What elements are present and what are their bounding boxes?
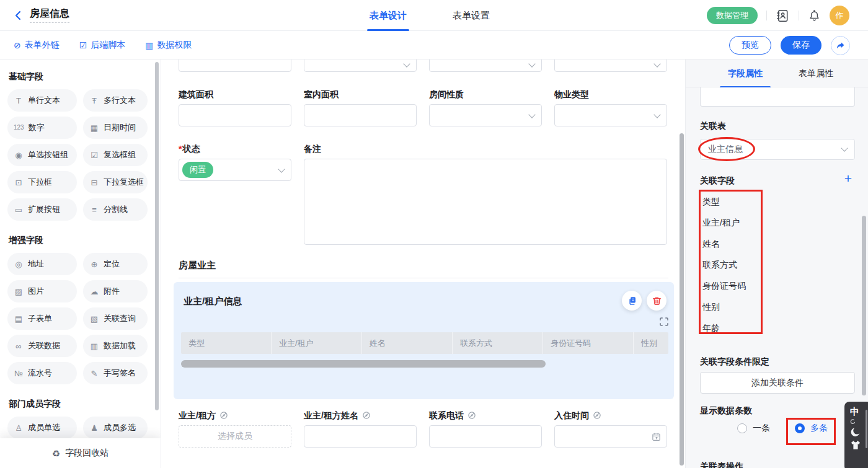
palette-item-subform[interactable]: ▤子表单 <box>7 307 77 330</box>
palette-item-relation-query[interactable]: ▧关联查询 <box>83 307 148 330</box>
palette-item-member-multi[interactable]: ♟成员多选 <box>83 417 148 439</box>
relation-field-item-age[interactable]: 年龄 <box>702 317 746 338</box>
tab-form-settings[interactable]: 表单设置 <box>453 0 490 31</box>
tab-field-properties[interactable]: 字段属性 <box>722 60 769 87</box>
select-input[interactable] <box>429 60 542 72</box>
cropped-field[interactable] <box>554 60 667 72</box>
palette-item-multi-line-text[interactable]: Ŧ多行文本 <box>83 89 148 112</box>
status-select[interactable]: 闲置 <box>179 159 291 181</box>
select-input[interactable] <box>304 60 417 72</box>
add-relation-condition-button[interactable]: 添加关联条件 <box>700 372 855 394</box>
cropped-field[interactable] <box>179 60 291 72</box>
share-button[interactable] <box>831 36 850 55</box>
form-external-link-button[interactable]: ⊘ 表单外链 <box>14 40 60 51</box>
date-input[interactable] <box>554 425 667 448</box>
palette-item-address[interactable]: ◎地址 <box>7 253 77 275</box>
back-button[interactable] <box>12 10 24 21</box>
field-remark[interactable]: 备注 <box>304 144 667 245</box>
tab-form-properties[interactable]: 表单属性 <box>792 60 839 87</box>
field-owner-tenant[interactable]: 业主/租方 选择成员 <box>179 410 291 448</box>
palette-item-dropdown[interactable]: ⊡下拉框 <box>7 171 77 193</box>
palette-item-multi-dropdown[interactable]: ⊟下拉复选框 <box>83 171 148 193</box>
remark-textarea[interactable] <box>304 159 667 245</box>
radio-unselected-icon[interactable] <box>737 423 747 433</box>
relation-table-ops-label: 关联表操作 <box>700 461 743 468</box>
text-input[interactable] <box>179 60 291 72</box>
user-avatar[interactable]: 作 <box>830 6 849 25</box>
palette-item-data-load[interactable]: ▥数据加载 <box>83 335 148 357</box>
field-label: 联系电话 <box>429 410 542 420</box>
trash-icon <box>652 296 662 306</box>
palette-item-attachment[interactable]: ☁附件 <box>83 280 148 302</box>
data-manage-button[interactable]: 数据管理 <box>707 7 758 24</box>
field-building-area[interactable]: 建筑面积 <box>179 89 291 126</box>
cropped-property-input[interactable] <box>700 87 855 107</box>
palette-item-serial-number[interactable]: №流水号 <box>7 362 77 384</box>
add-relation-field-button[interactable]: + <box>844 172 852 185</box>
palette-item-image[interactable]: ▨图片 <box>7 280 77 302</box>
relation-field-item-owner-tenant[interactable]: 业主/租户 <box>702 212 746 233</box>
tab-form-design[interactable]: 表单设计 <box>370 0 407 31</box>
cropped-field[interactable] <box>429 60 542 72</box>
field-move-in-date[interactable]: 入住时间 <box>554 410 667 448</box>
palette-item-member-single[interactable]: ♙成员单选 <box>7 417 77 439</box>
delete-field-button[interactable] <box>647 291 666 311</box>
save-button[interactable]: 保存 <box>781 36 822 55</box>
field-contact-phone[interactable]: 联系电话 <box>429 410 542 448</box>
field-recycle-bin-button[interactable]: ♻ 字段回收站 <box>0 438 161 468</box>
palette-item-checkbox-group[interactable]: ☑复选框组 <box>83 144 148 166</box>
select-input[interactable] <box>429 104 542 126</box>
palette-item-number[interactable]: 123数字 <box>7 117 77 139</box>
theme-shirt-button[interactable] <box>850 439 861 451</box>
relation-field-item-name[interactable]: 姓名 <box>702 233 746 254</box>
palette-item-signature[interactable]: ✎手写签名 <box>83 362 148 384</box>
canvas-scrollbar[interactable] <box>680 133 684 466</box>
relation-field-item-contact[interactable]: 联系方式 <box>702 254 746 275</box>
field-owner-tenant-name[interactable]: 业主/租方姓名 <box>304 410 417 448</box>
palette-item-extend-button[interactable]: ▭扩展按钮 <box>7 198 77 221</box>
radio-option-multiple[interactable]: 多条 <box>795 423 828 434</box>
notifications-button[interactable] <box>808 9 821 22</box>
panel-scrollbar[interactable] <box>862 216 866 395</box>
expand-corners-icon[interactable] <box>659 317 669 329</box>
subform-horizontal-scrollbar[interactable] <box>181 360 546 368</box>
text-input[interactable] <box>304 425 417 448</box>
text-input[interactable] <box>429 425 542 448</box>
select-input[interactable] <box>554 104 667 126</box>
cropped-field[interactable] <box>304 60 417 72</box>
radio-option-single[interactable]: 一条 <box>737 423 770 434</box>
chevron-down-icon <box>653 60 660 67</box>
palette-item-datetime[interactable]: ▦日期时间 <box>83 117 148 139</box>
sidebar-scrollbar[interactable] <box>155 62 159 410</box>
field-property-type[interactable]: 物业类型 <box>554 89 667 126</box>
contacts-book-button[interactable] <box>776 9 790 23</box>
palette-item-location[interactable]: ⊕定位 <box>83 253 148 275</box>
radio-selected-icon[interactable] <box>795 423 805 433</box>
language-toggle-button[interactable]: 中 <box>850 407 859 417</box>
palette-item-relation-data[interactable]: ∞关联数据 <box>7 335 77 357</box>
backend-script-button[interactable]: ☑ 后端脚本 <box>79 40 126 51</box>
lang-toggle-arc-icon <box>850 419 856 425</box>
palette-item-radio-group[interactable]: ◉单选按钮组 <box>7 144 77 166</box>
text-input[interactable] <box>304 104 417 126</box>
relation-table-select[interactable]: 业主信息 <box>700 139 855 160</box>
text-input[interactable] <box>179 104 291 126</box>
field-room-nature[interactable]: 房间性质 <box>429 89 542 126</box>
dark-mode-moon-button[interactable] <box>850 426 861 438</box>
subform-column-name: 姓名 <box>362 332 453 354</box>
select-input[interactable] <box>554 60 667 72</box>
palette-item-divider-line[interactable]: ≡分割线 <box>83 198 148 221</box>
relation-field-item-id-number[interactable]: 身份证号码 <box>702 275 746 296</box>
relation-field-item-gender[interactable]: 性别 <box>702 296 746 317</box>
subform-owner-tenant-info[interactable]: 业主/租户信息 <box>174 282 674 399</box>
field-indoor-area[interactable]: 室内面积 <box>304 89 417 126</box>
multi-line-text-icon: Ŧ <box>89 97 99 105</box>
relation-field-item-type[interactable]: 类型 <box>702 191 746 212</box>
copy-field-button[interactable] <box>622 291 642 311</box>
data-permission-button[interactable]: ▥ 数据权限 <box>145 40 192 51</box>
select-member-button[interactable]: 选择成员 <box>179 425 291 448</box>
palette-item-single-line-text[interactable]: T单行文本 <box>7 89 77 112</box>
widget-scrollbar[interactable] <box>866 410 867 448</box>
preview-button[interactable]: 预览 <box>729 36 771 55</box>
field-status[interactable]: *状态 闲置 <box>179 144 291 245</box>
